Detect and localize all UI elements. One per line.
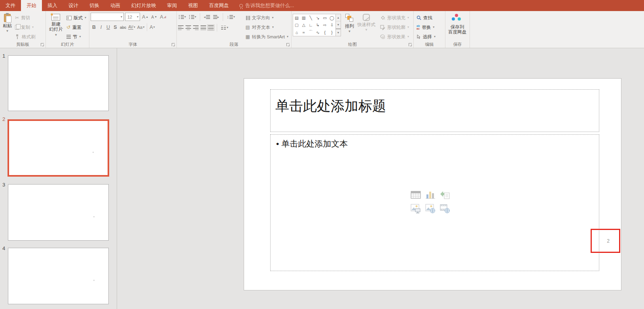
- shape-fill-button[interactable]: 形状填充 ▾: [379, 13, 411, 22]
- shape-outline-button[interactable]: 形状轮廓 ▾: [379, 23, 411, 32]
- paste-button[interactable]: 粘贴 ▼: [1, 13, 13, 41]
- increase-indent-button[interactable]: ▸: [212, 13, 220, 21]
- insert-online-picture-icon[interactable]: [424, 203, 436, 214]
- bold-button[interactable]: B: [91, 23, 97, 31]
- shape-vertical-textbox[interactable]: ▥: [300, 14, 307, 21]
- slide-thumbnail-1[interactable]: [8, 55, 109, 111]
- font-dialog-launcher-icon[interactable]: [172, 43, 175, 46]
- insert-picture-icon[interactable]: [410, 203, 422, 214]
- character-spacing-button[interactable]: AV ▾: [127, 23, 136, 31]
- tab-design[interactable]: 设计: [63, 0, 84, 11]
- line-spacing-button[interactable]: ↕▾: [226, 13, 236, 21]
- distributed-button[interactable]: [208, 25, 214, 30]
- align-text-button[interactable]: ▤ 对齐文本 ▾: [244, 23, 290, 32]
- slide-thumbnail-2[interactable]: [8, 119, 109, 177]
- font-color-button[interactable]: A▾: [149, 23, 155, 31]
- numbering-button[interactable]: ▾: [188, 13, 197, 21]
- tab-file[interactable]: 文件: [0, 0, 21, 11]
- slide-thumbnail-panel[interactable]: 1 2 3 4: [0, 48, 117, 309]
- clipboard-dialog-launcher-icon[interactable]: [41, 43, 44, 46]
- content-placeholder[interactable]: • 单击此处添加文本: [270, 134, 599, 271]
- reset-button[interactable]: ↺ 重置: [65, 23, 88, 32]
- shape-arrow[interactable]: ↘: [314, 14, 322, 21]
- columns-button[interactable]: ▾: [220, 24, 229, 32]
- quick-styles-button[interactable]: 快速样式 ▼: [356, 13, 377, 41]
- tab-transitions[interactable]: 切换: [84, 0, 105, 11]
- slide-thumbnail-4[interactable]: [8, 248, 109, 304]
- clear-formatting-button[interactable]: A◢: [159, 13, 167, 21]
- decrease-indent-button[interactable]: ◂: [203, 13, 211, 21]
- title-placeholder[interactable]: 单击此处添加标题: [270, 89, 599, 132]
- tab-home[interactable]: 开始: [21, 0, 42, 11]
- drawing-dialog-launcher-icon[interactable]: [409, 43, 412, 46]
- shape-freeform[interactable]: ⌂: [293, 29, 300, 36]
- slide-number-placeholder[interactable]: 2: [591, 229, 620, 253]
- arrange-button[interactable]: 排列 ▼: [343, 13, 356, 41]
- change-case-button[interactable]: Aa▾: [136, 23, 145, 31]
- tab-review[interactable]: 审阅: [162, 0, 183, 11]
- font-name-combo[interactable]: ▾: [91, 13, 124, 21]
- shape-elbow-arrow-connector[interactable]: ↳: [314, 21, 322, 28]
- tab-animations[interactable]: 动画: [105, 0, 126, 11]
- text-direction-icon: [246, 16, 250, 20]
- shape-rounded-rectangle[interactable]: ▢: [293, 21, 300, 28]
- decrease-font-size-button[interactable]: A▼: [150, 13, 158, 21]
- italic-button[interactable]: I: [98, 23, 104, 31]
- paragraph-dialog-launcher-icon[interactable]: [286, 43, 290, 46]
- section-button[interactable]: 节 ▾: [65, 32, 88, 41]
- shape-textbox[interactable]: ▤: [293, 14, 300, 21]
- shape-elbow-connector[interactable]: ∟: [307, 21, 314, 28]
- new-slide-button[interactable]: ★ 新建 幻灯片 ▼: [47, 13, 65, 41]
- convert-to-smartart-button[interactable]: ▦ 转换为 SmartArt ▾: [244, 32, 290, 41]
- font-size-combo[interactable]: 12 ▾: [125, 13, 140, 21]
- insert-chart-icon[interactable]: [424, 189, 436, 200]
- insert-table-icon[interactable]: [410, 189, 422, 200]
- tell-me-box[interactable]: 告诉我您想要做什么...: [235, 0, 299, 11]
- justify-button[interactable]: [201, 25, 206, 30]
- scroll-up-icon[interactable]: ▲: [336, 14, 341, 21]
- section-icon: [66, 35, 71, 39]
- underline-button[interactable]: U: [105, 23, 112, 31]
- tab-slideshow[interactable]: 幻灯片放映: [126, 0, 162, 11]
- scissors-icon: ✂: [15, 15, 19, 20]
- tab-insert[interactable]: 插入: [42, 0, 63, 11]
- shape-down-arrow[interactable]: ⇩: [328, 21, 335, 28]
- shape-rectangle[interactable]: ▭: [321, 14, 328, 21]
- cut-button[interactable]: ✂ 剪切: [13, 13, 37, 22]
- gallery-expand-icon[interactable]: ▼: [336, 28, 341, 36]
- replace-button[interactable]: abac 替换 ▾: [415, 23, 437, 32]
- shape-effects-button[interactable]: 形状效果 ▾: [379, 32, 411, 41]
- shapes-gallery-scrollbar[interactable]: ▲ ▼ ▼: [336, 14, 341, 36]
- copy-button[interactable]: 复制 ▾: [13, 23, 37, 32]
- format-painter-button[interactable]: 格式刷: [13, 32, 37, 41]
- shape-oval[interactable]: ◯: [328, 14, 335, 21]
- shape-triangle[interactable]: △: [300, 21, 307, 28]
- shape-line[interactable]: ╲: [307, 14, 314, 21]
- shape-curve[interactable]: ∿: [314, 29, 322, 36]
- text-shadow-button[interactable]: S: [112, 23, 119, 31]
- scroll-down-icon[interactable]: ▼: [336, 21, 341, 28]
- text-direction-button[interactable]: 文字方向 ▾: [244, 13, 290, 22]
- save-to-baidu-button[interactable]: 保存到 百度网盘: [447, 13, 468, 41]
- slide-editing-canvas[interactable]: 单击此处添加标题 • 单击此处添加文本: [244, 78, 621, 290]
- tab-baidu-netdisk[interactable]: 百度网盘: [204, 0, 235, 11]
- slide-thumbnail-3[interactable]: [8, 184, 109, 241]
- shape-left-brace[interactable]: {: [321, 29, 328, 36]
- insert-video-icon[interactable]: [439, 203, 451, 214]
- shape-scribble[interactable]: ≈: [300, 29, 307, 36]
- shape-right-brace[interactable]: }: [328, 29, 335, 36]
- tab-view[interactable]: 视图: [183, 0, 204, 11]
- shape-right-arrow[interactable]: ⇨: [321, 21, 328, 28]
- align-right-button[interactable]: [193, 25, 199, 30]
- strikethrough-button[interactable]: abc: [119, 23, 127, 31]
- bullets-button[interactable]: ▾: [178, 13, 187, 21]
- shape-arc[interactable]: ⌒: [307, 29, 314, 36]
- insert-smartart-icon[interactable]: [439, 189, 451, 200]
- align-center-button[interactable]: [186, 25, 191, 30]
- align-left-button[interactable]: [178, 25, 184, 30]
- reset-icon: ↺: [66, 25, 70, 30]
- increase-font-size-button[interactable]: A▲: [141, 13, 149, 21]
- select-button[interactable]: 选择 ▾: [415, 32, 437, 41]
- find-button[interactable]: 查找: [415, 13, 437, 22]
- layout-button[interactable]: 版式 ▾: [65, 13, 88, 22]
